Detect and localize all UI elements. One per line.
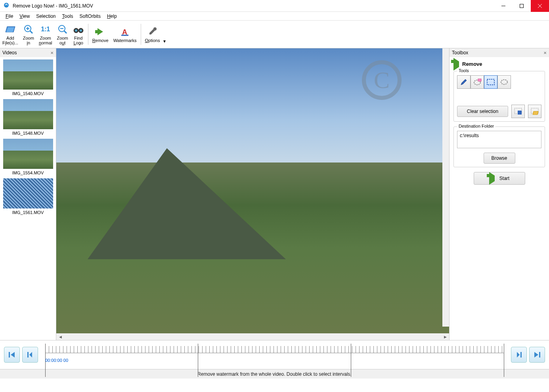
window-title: Remove Logo Now! - IMG_1561.MOV bbox=[13, 3, 494, 9]
svg-rect-26 bbox=[27, 352, 29, 358]
destination-label: Destination Folder bbox=[457, 124, 495, 128]
lasso-icon bbox=[500, 78, 509, 86]
svg-rect-23 bbox=[518, 111, 522, 115]
toolbox-title: Toolbox bbox=[452, 50, 468, 55]
rectangle-select-icon bbox=[486, 78, 495, 86]
start-button[interactable]: Start bbox=[474, 172, 525, 185]
status-bar: Remove watermark from the whole video. D… bbox=[0, 369, 549, 379]
lasso-select-tool[interactable] bbox=[497, 75, 511, 89]
svg-point-14 bbox=[75, 29, 77, 32]
zoom-normal-icon: 1:1 bbox=[41, 24, 50, 35]
videos-panel: Videos ✕ IMG_1540.MOV IMG_1548.MOV IMG_1… bbox=[0, 48, 56, 340]
rectangle-select-tool[interactable] bbox=[484, 75, 497, 89]
thumbnail-image bbox=[3, 99, 53, 129]
tools-label: Tools bbox=[457, 68, 471, 73]
svg-rect-19 bbox=[478, 79, 481, 81]
next-frame-icon bbox=[515, 350, 523, 359]
wrench-icon bbox=[148, 26, 157, 37]
thumbnail-caption: IMG_1540.MOV bbox=[2, 91, 54, 96]
skip-forward-button[interactable] bbox=[529, 347, 545, 363]
video-thumbnails: IMG_1540.MOV IMG_1548.MOV IMG_1554.MOV I… bbox=[0, 57, 56, 340]
save-selection-button[interactable] bbox=[511, 105, 525, 118]
find-logo-button[interactable]: FindLogo bbox=[71, 21, 86, 47]
video-thumb[interactable]: IMG_1554.MOV bbox=[2, 139, 54, 175]
copyright-watermark-icon: C bbox=[362, 60, 402, 100]
close-button[interactable] bbox=[531, 0, 549, 12]
thumbnail-image bbox=[3, 139, 53, 169]
arrow-right-icon bbox=[98, 26, 103, 37]
svg-rect-28 bbox=[539, 352, 540, 358]
clear-selection-button[interactable]: Clear selection bbox=[457, 106, 508, 117]
scroll-left-icon[interactable]: ◀ bbox=[57, 335, 63, 339]
options-button[interactable]: Options bbox=[143, 21, 163, 47]
remove-button[interactable]: Remove bbox=[90, 21, 111, 47]
menubar: File View Selection Tools SoftOrbits Hel… bbox=[0, 12, 549, 21]
zoom-in-button[interactable]: Zoomin bbox=[21, 21, 36, 47]
add-files-icon bbox=[5, 24, 16, 35]
pencil-tool[interactable] bbox=[457, 75, 471, 89]
menu-tools[interactable]: Tools bbox=[59, 13, 77, 20]
tools-fieldset: Tools Clear selection bbox=[453, 71, 545, 122]
scroll-right-icon[interactable]: ▶ bbox=[442, 335, 448, 339]
next-frame-button[interactable] bbox=[511, 347, 527, 363]
toolbar-overflow[interactable]: ▾ bbox=[162, 21, 167, 47]
menu-softorbits[interactable]: SoftOrbits bbox=[77, 13, 104, 20]
skip-back-button[interactable] bbox=[4, 347, 20, 363]
svg-rect-27 bbox=[520, 352, 522, 358]
svg-point-15 bbox=[80, 29, 82, 32]
svg-rect-2 bbox=[520, 4, 524, 8]
svg-point-21 bbox=[501, 80, 507, 84]
timeline-track[interactable]: 00:00:00 00 bbox=[45, 344, 504, 366]
timeline-area: 00:00:00 00 Remove watermark from the wh… bbox=[0, 340, 549, 379]
thumbnail-caption: IMG_1554.MOV bbox=[2, 170, 54, 175]
video-thumb[interactable]: IMG_1561.MOV bbox=[2, 178, 54, 215]
thumbnail-image bbox=[3, 59, 53, 90]
destination-input[interactable] bbox=[457, 131, 541, 148]
toolbar: AddFile(s)... Zoomin 1:1 Zoomnormal Zoom… bbox=[0, 21, 549, 48]
arrow-right-icon bbox=[453, 61, 459, 67]
zoom-out-icon bbox=[58, 24, 67, 35]
save-selection-icon bbox=[514, 107, 522, 115]
destination-fieldset: Destination Folder Browse bbox=[453, 126, 545, 167]
timeline-current-time: 00:00:00 00 bbox=[45, 358, 68, 363]
vertical-scrollbar[interactable] bbox=[442, 48, 449, 327]
lasso-erase-tool[interactable] bbox=[471, 75, 484, 89]
minimize-button[interactable] bbox=[494, 0, 513, 12]
video-thumb[interactable]: IMG_1548.MOV bbox=[2, 99, 54, 136]
prev-frame-icon bbox=[26, 350, 34, 359]
video-thumb[interactable]: IMG_1540.MOV bbox=[2, 59, 54, 96]
window-controls bbox=[494, 0, 549, 12]
svg-line-10 bbox=[64, 31, 67, 33]
menu-file[interactable]: File bbox=[2, 13, 16, 20]
svg-rect-25 bbox=[9, 352, 10, 358]
add-files-button[interactable]: AddFile(s)... bbox=[0, 21, 21, 47]
skip-back-icon bbox=[8, 350, 16, 359]
thumbnail-image bbox=[3, 178, 53, 208]
skip-forward-icon bbox=[533, 350, 541, 359]
toolbox-panel: Toolbox ✕ Remove Tools bbox=[449, 48, 549, 340]
titlebar: Remove Logo Now! - IMG_1561.MOV bbox=[0, 0, 549, 12]
lasso-erase-icon bbox=[473, 78, 482, 86]
video-preview[interactable]: C bbox=[56, 48, 449, 333]
watermarks-button[interactable]: A Watermarks bbox=[111, 21, 139, 47]
close-icon[interactable]: ✕ bbox=[50, 51, 54, 55]
load-selection-button[interactable] bbox=[528, 105, 541, 118]
videos-panel-title: Videos bbox=[2, 50, 17, 55]
arrow-right-icon bbox=[489, 176, 495, 181]
menu-selection[interactable]: Selection bbox=[33, 13, 59, 20]
zoom-normal-button[interactable]: 1:1 Zoomnormal bbox=[36, 21, 55, 47]
svg-point-0 bbox=[4, 3, 9, 8]
toolbar-separator bbox=[141, 24, 141, 45]
zoom-out-button[interactable]: Zoomout bbox=[55, 21, 71, 47]
menu-view[interactable]: View bbox=[16, 13, 33, 20]
main-preview: C ◀ ▶ bbox=[56, 48, 449, 340]
browse-button[interactable]: Browse bbox=[484, 153, 515, 164]
prev-frame-button[interactable] bbox=[22, 347, 38, 363]
horizontal-scrollbar[interactable]: ◀ ▶ bbox=[56, 333, 449, 340]
watermark-text-icon: A bbox=[121, 26, 129, 37]
maximize-button[interactable] bbox=[513, 0, 531, 12]
menu-help[interactable]: Help bbox=[104, 13, 120, 20]
thumbnail-caption: IMG_1561.MOV bbox=[2, 210, 54, 215]
close-icon[interactable]: ✕ bbox=[543, 51, 547, 55]
svg-line-6 bbox=[30, 31, 33, 33]
